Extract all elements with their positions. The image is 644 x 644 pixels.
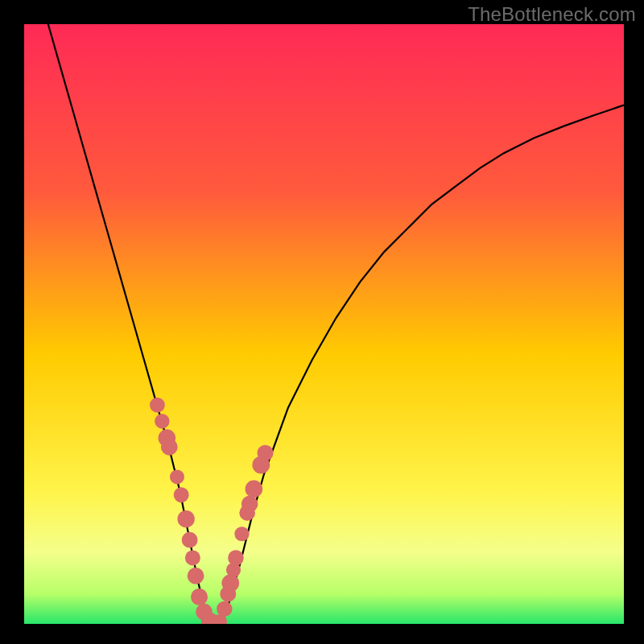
plot-area	[24, 24, 624, 624]
highlight-point	[174, 487, 189, 502]
highlight-point	[221, 574, 239, 592]
highlight-point	[188, 568, 204, 584]
highlight-point	[234, 526, 249, 541]
highlight-point	[150, 398, 165, 413]
highlight-point	[217, 601, 232, 617]
curve-layer	[24, 24, 624, 624]
highlight-point	[191, 588, 208, 605]
highlight-point	[242, 496, 258, 513]
highlight-point	[257, 445, 273, 461]
bottleneck-curve	[48, 24, 624, 624]
highlight-point	[170, 469, 184, 484]
highlight-point	[246, 481, 263, 498]
chart-frame: TheBottleneck.com	[0, 0, 644, 644]
highlight-point	[161, 439, 178, 456]
highlight-point	[155, 414, 169, 428]
marker-group	[150, 398, 273, 624]
highlight-point	[185, 551, 200, 566]
highlight-point	[177, 510, 194, 527]
watermark-text: TheBottleneck.com	[468, 3, 636, 26]
highlight-point	[182, 532, 198, 548]
highlight-point	[228, 550, 244, 566]
